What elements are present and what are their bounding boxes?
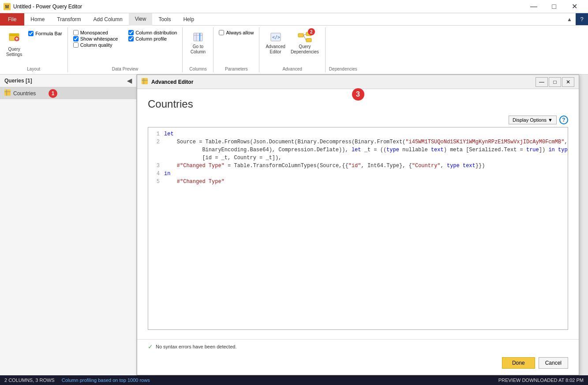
query-dependencies-icon: 2 bbox=[297, 31, 312, 44]
svg-rect-22 bbox=[142, 78, 148, 84]
dialog-icon bbox=[142, 78, 148, 86]
parameters-checkboxes: Always allow bbox=[217, 29, 255, 36]
advanced-editor-btn[interactable]: </> AdvancedEditor bbox=[263, 29, 288, 56]
query-settings-label: QuerySettings bbox=[6, 47, 22, 57]
layout-label: Layout bbox=[4, 66, 64, 72]
profile-info: Column profiling based on top 1000 rows bbox=[62, 378, 150, 383]
formula-bar-checkbox[interactable] bbox=[28, 31, 34, 36]
columns-rows-info: 2 COLUMNS, 3 ROWS bbox=[4, 378, 55, 383]
tab-file[interactable]: File bbox=[0, 13, 24, 26]
display-options-btn[interactable]: Display Options ▼ bbox=[509, 116, 557, 124]
code-editor[interactable]: 1 let 2 Source = Table.FromRows(Json.Doc… bbox=[148, 127, 568, 330]
done-button[interactable]: Done bbox=[502, 357, 535, 369]
dialog-minimize-btn[interactable]: — bbox=[536, 77, 548, 87]
ribbon-group-layout: QuerySettings Formula Bar Layout bbox=[0, 27, 68, 72]
cancel-button[interactable]: Cancel bbox=[539, 357, 568, 369]
maximize-btn[interactable]: □ bbox=[544, 0, 564, 13]
svg-rect-3 bbox=[9, 34, 19, 36]
content-area: Advanced Editor — □ ✕ Countries 3 bbox=[137, 75, 588, 375]
advanced-label: Advanced bbox=[263, 66, 321, 72]
status-bar-left: 2 COLUMNS, 3 ROWS Column profiling based… bbox=[4, 378, 150, 383]
ribbon: File Home Transform Add Column View Tool… bbox=[0, 13, 588, 75]
code-line-3: 3 #"Changed Type" = Table.TransformColum… bbox=[148, 163, 568, 171]
columns-group-content: Go toColumn bbox=[188, 27, 208, 66]
monospaced-checkbox[interactable] bbox=[73, 30, 79, 35]
svg-rect-8 bbox=[194, 33, 202, 41]
code-line-4: 4 in bbox=[148, 171, 568, 179]
ribbon-group-parameters: Always allow Parameters bbox=[213, 27, 259, 72]
column-distribution-check[interactable]: Column distribution bbox=[128, 30, 177, 35]
tab-tools[interactable]: Tools bbox=[152, 13, 177, 26]
data-preview-checkboxes-left: Monospaced Show whitespace Column qualit… bbox=[71, 29, 120, 49]
minimize-btn[interactable]: — bbox=[524, 0, 544, 13]
monospaced-check[interactable]: Monospaced bbox=[73, 30, 118, 35]
ribbon-group-advanced: </> AdvancedEditor 2 bbox=[259, 27, 325, 72]
formula-bar-check[interactable]: Formula Bar bbox=[28, 31, 62, 36]
dialog-close-btn[interactable]: ✕ bbox=[562, 77, 574, 87]
ribbon-collapse[interactable]: ▲ bbox=[563, 13, 576, 25]
tab-transform[interactable]: Transform bbox=[51, 13, 87, 26]
countries-label: Countries bbox=[13, 90, 36, 97]
advanced-editor-dialog: Advanced Editor — □ ✕ Countries 3 bbox=[137, 75, 579, 375]
svg-text:</>: </> bbox=[272, 35, 280, 40]
always-allow-check[interactable]: Always allow bbox=[219, 30, 254, 35]
title-bar-left: M Untitled - Power Query Editor bbox=[4, 3, 82, 10]
svg-rect-19 bbox=[4, 90, 11, 96]
close-btn[interactable]: ✕ bbox=[564, 0, 584, 13]
ribbon-content: QuerySettings Formula Bar Layout bbox=[0, 26, 588, 74]
badge-1: 1 bbox=[49, 89, 57, 98]
dialog-footer: Done Cancel bbox=[137, 354, 579, 375]
data-preview-checkboxes-right: Column distribution Column profile bbox=[127, 29, 179, 49]
column-quality-check[interactable]: Column quality bbox=[73, 42, 118, 48]
dialog-maximize-btn[interactable]: □ bbox=[549, 77, 561, 87]
advanced-editor-icon: </> bbox=[270, 31, 282, 44]
go-to-column-btn[interactable]: Go toColumn bbox=[188, 29, 208, 56]
chevron-down-icon: ▼ bbox=[548, 117, 553, 123]
title-bar-controls: — □ ✕ bbox=[524, 0, 584, 13]
sidebar-header: Queries [1] ◀ bbox=[0, 75, 136, 87]
dialog-title: Advanced Editor bbox=[151, 79, 193, 85]
svg-line-17 bbox=[303, 34, 306, 35]
options-row: Display Options ▼ ? bbox=[148, 116, 568, 124]
column-profile-check[interactable]: Column profile bbox=[128, 36, 177, 41]
column-distribution-checkbox[interactable] bbox=[128, 30, 134, 35]
help-ribbon-btn[interactable]: ? bbox=[576, 13, 588, 25]
dialog-query-name: Countries bbox=[148, 98, 193, 110]
table-icon bbox=[4, 90, 11, 97]
dependencies-label: Dependencies bbox=[329, 66, 357, 72]
code-line-2c: [id = _t, Country = _t]), bbox=[148, 155, 568, 163]
layout-checkboxes: Formula Bar bbox=[26, 29, 64, 37]
app-icon: M bbox=[4, 3, 11, 10]
sidebar-collapse-btn[interactable]: ◀ bbox=[127, 77, 132, 84]
columns-label: Columns bbox=[186, 66, 210, 72]
display-options-label: Display Options bbox=[513, 117, 547, 123]
tab-add-column[interactable]: Add Column bbox=[87, 13, 129, 26]
tab-view[interactable]: View bbox=[129, 13, 153, 26]
svg-rect-16 bbox=[306, 38, 311, 42]
query-settings-btn[interactable]: QuerySettings bbox=[4, 29, 25, 59]
column-profile-checkbox[interactable] bbox=[128, 36, 134, 41]
badge-3: 3 bbox=[352, 88, 364, 101]
ribbon-group-columns: Go toColumn Columns bbox=[183, 27, 213, 72]
badge-2: 2 bbox=[308, 28, 315, 35]
sidebar-item-countries[interactable]: Countries 1 bbox=[0, 87, 136, 99]
ribbon-tabs: File Home Transform Add Column View Tool… bbox=[0, 13, 588, 26]
svg-rect-14 bbox=[298, 34, 303, 37]
code-line-2a: 2 Source = Table.FromRows(Json.Document(… bbox=[148, 139, 568, 147]
query-dependencies-btn[interactable]: 2 QueryDependencies bbox=[288, 29, 322, 56]
tab-help[interactable]: Help bbox=[177, 13, 200, 26]
dialog-help-btn[interactable]: ? bbox=[559, 116, 568, 124]
tab-home[interactable]: Home bbox=[24, 13, 51, 26]
code-line-5: 5 #"Changed Type" bbox=[148, 179, 568, 187]
data-preview-content: Monospaced Show whitespace Column qualit… bbox=[71, 27, 179, 66]
dialog-titlebar: Advanced Editor — □ ✕ bbox=[137, 75, 579, 89]
dialog-status: ✓ No syntax errors have been detected. bbox=[137, 339, 579, 354]
status-bar: 2 COLUMNS, 3 ROWS Column profiling based… bbox=[0, 375, 588, 385]
always-allow-checkbox[interactable] bbox=[219, 30, 224, 35]
code-line-1: 1 let bbox=[148, 131, 568, 139]
data-preview-label: Data Preview bbox=[71, 66, 179, 72]
preview-info: PREVIEW DOWNLOADED AT 8:02 PM bbox=[498, 378, 584, 383]
show-whitespace-check[interactable]: Show whitespace bbox=[73, 36, 118, 41]
show-whitespace-checkbox[interactable] bbox=[73, 36, 79, 41]
column-quality-checkbox[interactable] bbox=[73, 42, 79, 48]
